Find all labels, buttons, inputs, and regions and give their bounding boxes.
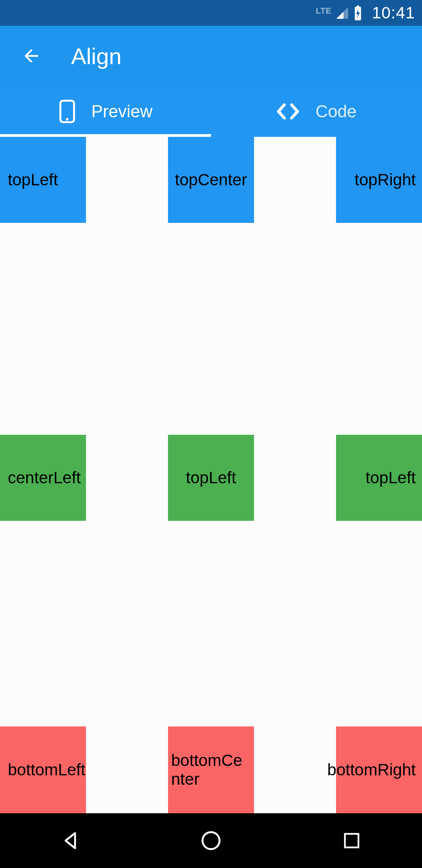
tab-preview[interactable]: Preview (0, 86, 211, 137)
tile-middle-center: topLeft (168, 435, 254, 521)
battery-charging-icon (353, 5, 363, 20)
tile-middle-left: centerLeft (0, 435, 86, 521)
tab-code-label: Code (315, 102, 356, 121)
back-button[interactable] (16, 40, 47, 72)
tile-bottom-right: bottomRight (336, 726, 422, 813)
status-clock: 10:41 (372, 4, 415, 22)
tile-label: bottomLeft (8, 760, 85, 779)
tile-top-right: topRight (336, 137, 422, 223)
svg-point-5 (202, 832, 220, 849)
cellular-signal-icon (335, 6, 349, 20)
nav-recents-button[interactable] (313, 813, 391, 868)
code-icon (276, 102, 300, 120)
network-type-label: LTE (316, 6, 331, 16)
tile-bottom-center: bottomCenter (168, 726, 254, 813)
tile-label: topCenter (175, 170, 247, 189)
system-nav-bar (0, 813, 422, 868)
nav-home-button[interactable] (172, 813, 250, 868)
square-recents-icon (342, 830, 362, 851)
preview-pane: topLeft topCenter topRight centerLeft to… (0, 137, 422, 813)
tile-top-center: topCenter (168, 137, 254, 223)
tile-label: bottomRight (327, 760, 416, 779)
triangle-back-icon (59, 829, 82, 852)
circle-home-icon (200, 829, 222, 852)
svg-rect-6 (345, 834, 359, 848)
tile-middle-right: topLeft (336, 435, 422, 521)
tab-bar: Preview Code (0, 86, 422, 137)
status-bar: LTE 10:41 (0, 0, 422, 26)
tile-label: topLeft (8, 170, 58, 189)
tile-label: centerLeft (8, 468, 81, 487)
tab-code[interactable]: Code (211, 86, 422, 137)
tile-bottom-left: bottomLeft (0, 726, 86, 813)
nav-back-button[interactable] (31, 813, 109, 868)
smartphone-icon (59, 100, 76, 123)
page-title: Align (71, 43, 122, 69)
app-bar: Align (0, 26, 422, 86)
tile-label: topLeft (186, 468, 236, 487)
tile-label: topRight (355, 170, 416, 189)
tab-preview-label: Preview (91, 102, 153, 121)
tile-label: topLeft (366, 468, 416, 487)
svg-point-4 (66, 118, 68, 121)
status-icons: LTE 10:41 (316, 4, 415, 22)
arrow-left-icon (21, 46, 41, 66)
tile-label: bottomCenter (171, 751, 251, 789)
tile-top-left: topLeft (0, 137, 86, 223)
svg-rect-1 (357, 5, 359, 7)
